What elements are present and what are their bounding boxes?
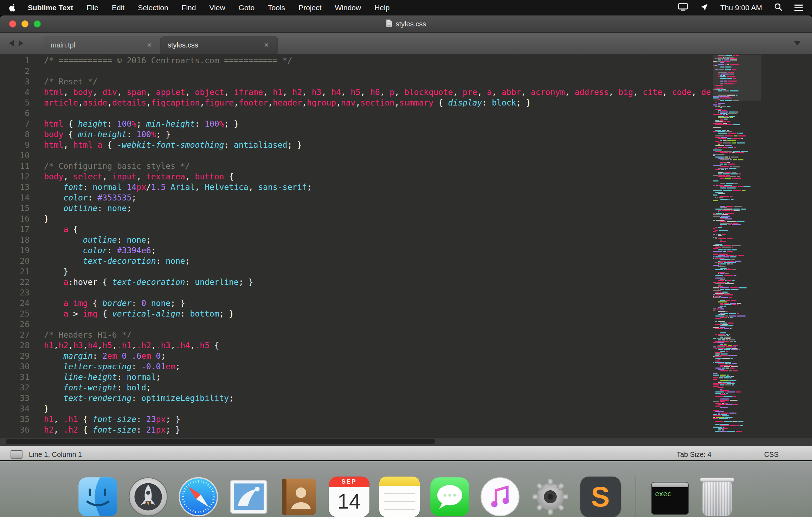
dock-item-launchpad[interactable]	[128, 477, 168, 517]
code-line-8[interactable]: 8body { min-height: 100%; }	[0, 129, 812, 140]
dock-item-calendar[interactable]: SEP 14	[329, 477, 369, 517]
line-number: 20	[0, 256, 44, 266]
tab-size-indicator[interactable]: Tab Size: 4	[677, 451, 711, 459]
tab-main.tpl[interactable]: main.tpl×	[44, 36, 161, 54]
apple-menu-icon[interactable]	[9, 4, 16, 12]
horizontal-scrollbar-thumb[interactable]	[6, 439, 435, 444]
menu-item-selection[interactable]: Selection	[138, 4, 168, 12]
close-window-button[interactable]	[9, 20, 16, 27]
code-line-1[interactable]: 1/* =========== © 2016 Centroarts.com ==…	[0, 55, 812, 66]
menu-clock[interactable]: Thu 9:00 AM	[720, 4, 762, 12]
code-line-33[interactable]: 33 text-rendering: optimizeLegibility;	[0, 393, 812, 403]
menu-item-project[interactable]: Project	[298, 4, 321, 12]
line-number: 15	[0, 203, 44, 213]
code-line-22[interactable]: 22 a:hover { text-decoration: underline;…	[0, 277, 812, 287]
code-line-17[interactable]: 17 a {	[0, 224, 812, 235]
menu-item-edit[interactable]: Edit	[112, 4, 124, 12]
line-number: 11	[0, 161, 44, 171]
dock-item-terminal[interactable]: exec	[651, 482, 690, 517]
line-number: 12	[0, 171, 44, 182]
code-line-12[interactable]: 12body, select, input, textarea, button …	[0, 171, 812, 182]
code-line-36[interactable]: 36h2, .h2 { font-size: 21px; }	[0, 425, 812, 435]
code-line-9[interactable]: 9html, html a { -webkit-font-smoothing: …	[0, 140, 812, 150]
dock-item-itunes[interactable]	[480, 477, 520, 517]
code-line-13[interactable]: 13 font: normal 14px/1.5 Arial, Helvetic…	[0, 182, 812, 192]
code-line-27[interactable]: 27/* Headers H1-6 */	[0, 330, 812, 340]
line-number: 2	[0, 66, 44, 76]
dock-item-trash[interactable]	[700, 478, 735, 517]
code-line-10[interactable]: 10	[0, 150, 812, 161]
tab-close-icon[interactable]: ×	[146, 41, 153, 49]
minimize-window-button[interactable]	[21, 20, 28, 27]
dock-item-contacts[interactable]	[279, 477, 319, 517]
code-line-5[interactable]: 5article,aside,details,figcaption,figure…	[0, 97, 812, 108]
menu-item-view[interactable]: View	[209, 4, 225, 12]
code-line-7[interactable]: 7html { height: 100%; min-height: 100%; …	[0, 119, 812, 129]
panel-toggle-icon[interactable]	[11, 450, 22, 459]
code-text: outline: none;	[44, 235, 812, 245]
dock-item-system-preferences[interactable]	[530, 477, 571, 517]
back-arrow-icon[interactable]	[9, 40, 14, 46]
line-number: 3	[0, 76, 44, 87]
code-line-19[interactable]: 19 color: #3394e6;	[0, 245, 812, 256]
tabs: main.tpl×styles.css×	[44, 36, 278, 54]
menu-item-find[interactable]: Find	[182, 4, 196, 12]
dock-item-safari[interactable]	[178, 477, 219, 517]
code-line-2[interactable]: 2	[0, 66, 812, 76]
code-line-30[interactable]: 30 letter-spacing: -0.01em;	[0, 361, 812, 372]
code-line-16[interactable]: 16}	[0, 213, 812, 224]
code-line-24[interactable]: 24 a img { border: 0 none; }	[0, 298, 812, 308]
code-line-31[interactable]: 31 line-height: normal;	[0, 372, 812, 382]
tab-close-icon[interactable]: ×	[263, 41, 270, 49]
minimap[interactable]	[713, 55, 761, 437]
code-line-28[interactable]: 28h1,h2,h3,h4,h5,.h1,.h2,.h3,.h4,.h5 {	[0, 340, 812, 351]
dock-item-sublime-text[interactable]: S	[580, 477, 621, 517]
code-line-25[interactable]: 25 a > img { vertical-align: bottom; }	[0, 308, 812, 319]
menu-item-tools[interactable]: Tools	[268, 4, 285, 12]
dock-item-mail[interactable]	[228, 477, 269, 517]
code-area[interactable]: 1/* =========== © 2016 Centroarts.com ==…	[0, 55, 812, 435]
dock-item-notes[interactable]	[379, 477, 420, 517]
document-proxy-icon[interactable]	[386, 19, 392, 29]
display-icon[interactable]	[678, 3, 688, 13]
editor[interactable]: 1/* =========== © 2016 Centroarts.com ==…	[0, 54, 812, 437]
menu-item-file[interactable]: File	[86, 4, 98, 12]
tab-overflow-icon[interactable]	[794, 41, 801, 46]
code-line-6[interactable]: 6	[0, 108, 812, 119]
code-line-4[interactable]: 4html, body, div, span, applet, object, …	[0, 87, 812, 97]
menu-item-sublime-text[interactable]: Sublime Text	[28, 4, 73, 12]
zoom-window-button[interactable]	[34, 20, 41, 27]
cursor-arrow-icon[interactable]	[700, 3, 708, 13]
dock-item-finder[interactable]	[78, 477, 118, 517]
code-line-26[interactable]: 26	[0, 319, 812, 330]
code-line-15[interactable]: 15 outline: none;	[0, 203, 812, 213]
tab-styles.css[interactable]: styles.css×	[161, 36, 278, 54]
code-line-21[interactable]: 21 }	[0, 266, 812, 277]
code-line-23[interactable]: 23	[0, 287, 812, 298]
code-line-18[interactable]: 18 outline: none;	[0, 235, 812, 245]
dock-item-messages[interactable]	[430, 477, 470, 517]
code-text: /* Configuring basic styles */	[44, 161, 812, 171]
syntax-indicator[interactable]: CSS	[764, 451, 779, 459]
menu-item-window[interactable]: Window	[335, 4, 361, 12]
menu-item-help[interactable]: Help	[374, 4, 389, 12]
horizontal-scrollbar[interactable]	[0, 437, 812, 446]
notification-center-icon[interactable]	[794, 5, 803, 11]
code-line-32[interactable]: 32 font-weight: bold;	[0, 382, 812, 393]
code-line-14[interactable]: 14 color: #353535;	[0, 192, 812, 203]
cursor-position[interactable]: Line 1, Column 1	[29, 451, 82, 459]
title-bar[interactable]: styles.css	[0, 15, 812, 33]
code-line-11[interactable]: 11/* Configuring basic styles */	[0, 161, 812, 171]
menu-item-goto[interactable]: Goto	[239, 4, 255, 12]
code-text	[44, 150, 812, 161]
forward-arrow-icon[interactable]	[19, 40, 23, 46]
code-text: h1, .h1 { font-size: 23px; }	[44, 414, 812, 425]
spotlight-search-icon[interactable]	[774, 3, 782, 13]
code-text: /* =========== © 2016 Centroarts.com ===…	[44, 55, 812, 66]
code-line-29[interactable]: 29 margin: 2em 0 .6em 0;	[0, 351, 812, 361]
terminal-label: exec	[652, 487, 688, 500]
code-line-34[interactable]: 34}	[0, 403, 812, 414]
code-line-3[interactable]: 3/* Reset */	[0, 76, 812, 87]
code-line-20[interactable]: 20 text-decoration: none;	[0, 256, 812, 266]
code-line-35[interactable]: 35h1, .h1 { font-size: 23px; }	[0, 414, 812, 425]
